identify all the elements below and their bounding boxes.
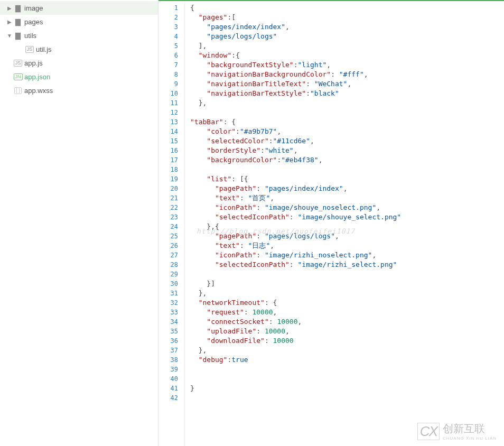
code-line[interactable]: }] <box>190 279 504 289</box>
caret-icon: ▼ <box>6 33 13 39</box>
json-file-icon: JN <box>13 73 23 80</box>
line-number: 18 <box>161 165 178 174</box>
code-line[interactable]: "pages/logs/logs" <box>190 32 504 41</box>
line-number-gutter: 1234567891011121314151617181920212223242… <box>158 1 185 446</box>
line-number: 13 <box>161 117 178 127</box>
line-number: 38 <box>161 355 178 365</box>
code-line[interactable]: "downloadFile": 10000 <box>190 336 504 346</box>
tree-item-label: app.wxss <box>24 87 53 95</box>
code-line[interactable]: }, <box>190 98 504 108</box>
code-line[interactable]: "uploadFile": 10000, <box>190 327 504 336</box>
code-line[interactable] <box>190 365 504 374</box>
code-line[interactable]: "iconPath": "image/shouye_noselect.png", <box>190 203 504 212</box>
line-number: 25 <box>161 231 178 241</box>
code-line[interactable]: "text": "日志", <box>190 241 504 250</box>
wxss-file-icon: { } <box>13 87 23 94</box>
code-line[interactable]: "request": 10000, <box>190 308 504 317</box>
js-file-icon: JS <box>13 60 23 67</box>
line-number: 19 <box>161 174 178 184</box>
line-number: 36 <box>161 336 178 346</box>
watermark-text: http://blog.csdn.net/guofeifei1017 <box>197 227 355 235</box>
line-number: 2 <box>161 13 178 22</box>
code-line[interactable]: "selectedIconPath": "image/rizhi_select.… <box>190 260 504 270</box>
file-explorer: ▶▇image▶▇pages▼▇utilsJSutil.jsJSapp.jsJN… <box>0 0 158 446</box>
code-editor[interactable]: http://blog.csdn.net/guofeifei1017 12345… <box>158 0 504 446</box>
code-line[interactable]: "pagePath": "pages/index/index", <box>190 184 504 193</box>
tree-item-label: app.json <box>24 73 50 81</box>
line-number: 34 <box>161 317 178 327</box>
line-number: 14 <box>161 127 178 136</box>
code-line[interactable] <box>190 270 504 279</box>
line-number: 39 <box>161 365 178 374</box>
line-number: 8 <box>161 70 178 79</box>
line-number: 17 <box>161 155 178 165</box>
brand-text: 创新互联 <box>443 423 485 434</box>
code-line[interactable]: } <box>190 384 504 393</box>
line-number: 33 <box>161 308 178 317</box>
line-number: 31 <box>161 289 178 298</box>
code-line[interactable]: ], <box>190 41 504 51</box>
folder-icon: ▇ <box>13 4 23 12</box>
tree-item-app-js[interactable]: JSapp.js <box>0 56 158 70</box>
line-number: 30 <box>161 279 178 289</box>
code-area[interactable]: { "pages":[ "pages/index/index", "pages/… <box>185 1 504 446</box>
line-number: 28 <box>161 260 178 270</box>
js-file-icon: JS <box>24 46 35 53</box>
code-line[interactable]: "text": "首页", <box>190 193 504 203</box>
line-number: 41 <box>161 384 178 393</box>
code-line[interactable]: { <box>190 3 504 13</box>
code-line[interactable]: "iconPath": "image/rizhi_noselect.png", <box>190 250 504 260</box>
code-line[interactable]: "pages":[ <box>190 13 504 22</box>
tree-item-utils[interactable]: ▼▇utils <box>0 29 158 42</box>
line-number: 1 <box>161 3 178 13</box>
line-number: 21 <box>161 193 178 203</box>
line-number: 5 <box>161 41 178 51</box>
code-line[interactable]: "selectedColor":"#11cd6e", <box>190 136 504 146</box>
line-number: 40 <box>161 374 178 384</box>
code-line[interactable]: "window":{ <box>190 51 504 60</box>
code-line[interactable]: "backgroundTextStyle":"light", <box>190 60 504 70</box>
line-number: 4 <box>161 32 178 41</box>
code-line[interactable]: }, <box>190 289 504 298</box>
line-number: 26 <box>161 241 178 250</box>
code-line[interactable]: "list": [{ <box>190 174 504 184</box>
line-number: 27 <box>161 250 178 260</box>
line-number: 37 <box>161 346 178 355</box>
code-line[interactable]: "navigationBarBackgroundColor": "#fff", <box>190 70 504 79</box>
code-line[interactable]: "debug":true <box>190 355 504 365</box>
code-line[interactable]: }, <box>190 346 504 355</box>
line-number: 6 <box>161 51 178 60</box>
line-number: 12 <box>161 108 178 117</box>
code-line[interactable]: "selectedIconPath": "image/shouye_select… <box>190 212 504 222</box>
code-line[interactable]: "navigationBarTitleText": "WeChat", <box>190 79 504 89</box>
code-line[interactable]: "connectSocket": 10000, <box>190 317 504 327</box>
caret-icon: ▶ <box>6 5 13 11</box>
line-number: 23 <box>161 212 178 222</box>
code-line[interactable]: "backgroundColor":"#eb4f38", <box>190 155 504 165</box>
tree-item-app-json[interactable]: JNapp.json <box>0 70 158 83</box>
line-number: 24 <box>161 222 178 231</box>
code-line[interactable] <box>190 165 504 174</box>
caret-icon: ▶ <box>6 19 13 25</box>
code-line[interactable]: "networkTimeout": { <box>190 298 504 308</box>
code-line[interactable]: "pages/index/index", <box>190 22 504 32</box>
line-number: 11 <box>161 98 178 108</box>
code-line[interactable]: "borderStyle":"white", <box>190 146 504 155</box>
code-line[interactable] <box>190 374 504 384</box>
code-line[interactable]: "tabBar": { <box>190 117 504 127</box>
code-line[interactable] <box>190 108 504 117</box>
tree-item-image[interactable]: ▶▇image <box>0 1 158 15</box>
tree-item-label: image <box>24 4 43 12</box>
tree-item-util-js[interactable]: JSutil.js <box>0 42 158 56</box>
code-line[interactable]: "color":"#a9b7b7", <box>190 127 504 136</box>
code-line[interactable]: "navigationBarTextStyle":"black" <box>190 89 504 98</box>
tree-item-label: pages <box>24 18 43 26</box>
tree-item-app-wxss[interactable]: { }app.wxss <box>0 83 158 97</box>
code-line[interactable] <box>190 393 504 403</box>
line-number: 3 <box>161 22 178 32</box>
folder-icon: ▇ <box>13 32 23 40</box>
line-number: 20 <box>161 184 178 193</box>
tree-item-pages[interactable]: ▶▇pages <box>0 15 158 29</box>
tree-item-label: util.js <box>36 45 52 53</box>
brand-watermark: CX 创新互联 CHUANG XIN HU LIAN <box>417 422 497 441</box>
